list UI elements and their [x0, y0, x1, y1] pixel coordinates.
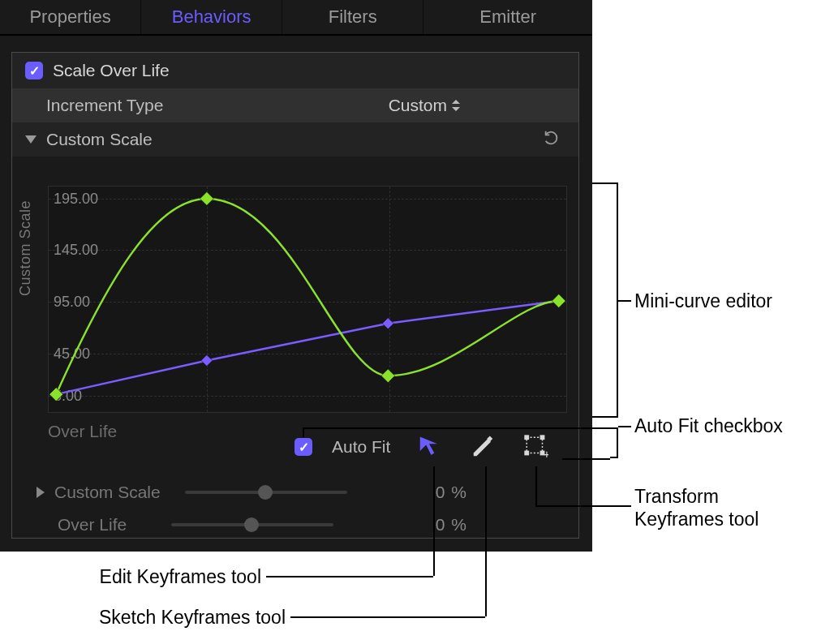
tab-bar: Properties Behaviors Filters Emitter: [0, 0, 592, 36]
anno-mini-curve: Mini-curve editor: [634, 290, 772, 312]
tab-properties[interactable]: Properties: [0, 0, 141, 34]
auto-fit-checkbox[interactable]: ✓: [294, 438, 312, 456]
series-custom-scale[interactable]: [56, 199, 559, 394]
param-unit: %: [451, 483, 466, 502]
param-slider[interactable]: [185, 491, 347, 494]
custom-scale-label: Custom Scale: [46, 130, 153, 149]
anno-sketch: Sketch Keyframes tool: [99, 607, 286, 629]
param-label: Custom Scale: [54, 483, 161, 502]
param-label: Over Life: [58, 515, 127, 535]
behavior-header: ✓ Scale Over Life: [12, 53, 578, 88]
tab-filters[interactable]: Filters: [282, 0, 423, 34]
svg-rect-3: [541, 436, 544, 439]
custom-scale-header[interactable]: Custom Scale: [12, 122, 578, 157]
slider-thumb[interactable]: [244, 517, 259, 532]
param-slider[interactable]: [171, 523, 333, 526]
keyframe[interactable]: [200, 191, 213, 205]
tab-emitter[interactable]: Emitter: [423, 0, 592, 34]
inspector-panel: Properties Behaviors Filters Emitter ✓ S…: [0, 0, 592, 552]
keyframe[interactable]: [382, 318, 393, 329]
reset-icon[interactable]: [543, 129, 561, 151]
behavior-title: Scale Over Life: [53, 61, 170, 80]
anno-edit: Edit Keyframes tool: [100, 566, 261, 588]
param-value[interactable]: 0: [436, 483, 445, 502]
auto-fit-label: Auto Fit: [332, 437, 390, 457]
behavior-panel: ✓ Scale Over Life Increment Type Custom …: [11, 52, 579, 539]
graph-x-axis-label: Over Life: [48, 422, 117, 441]
svg-rect-2: [525, 436, 528, 439]
chevron-down-icon: [25, 135, 37, 144]
anno-bracket: [610, 182, 618, 418]
keyframe[interactable]: [49, 388, 63, 401]
increment-type-select[interactable]: Custom: [389, 96, 460, 115]
slider-thumb[interactable]: [258, 485, 273, 500]
anno-auto-fit: Auto Fit checkbox: [634, 415, 783, 437]
svg-rect-4: [525, 451, 528, 454]
tab-behaviors[interactable]: Behaviors: [141, 0, 282, 34]
increment-type-row: Increment Type Custom: [12, 88, 578, 122]
param-value[interactable]: 0: [436, 515, 445, 535]
mini-curve-editor[interactable]: 5.00 45.00 95.00 145.00 195.00: [48, 186, 567, 413]
chevron-right-icon[interactable]: [37, 487, 45, 498]
behavior-enable-checkbox[interactable]: ✓: [25, 62, 43, 79]
graph-y-axis-label: Custom Scale: [17, 200, 34, 296]
curve-canvas[interactable]: [49, 187, 566, 412]
series-over-life[interactable]: [56, 301, 559, 394]
select-caret-icon: [452, 100, 460, 111]
svg-text:+: +: [544, 447, 548, 459]
edit-keyframes-tool[interactable]: [415, 432, 444, 462]
anno-transform: Transform Keyframes tool: [634, 485, 797, 530]
svg-rect-1: [527, 437, 543, 453]
graph-toolbar: ✓ Auto Fit +: [294, 432, 551, 462]
increment-type-label: Increment Type: [46, 96, 163, 115]
increment-type-value: Custom: [389, 96, 447, 115]
param-unit: %: [451, 515, 466, 535]
sketch-keyframes-tool[interactable]: [468, 432, 497, 462]
keyframe[interactable]: [201, 354, 213, 366]
anno-bracket: [610, 427, 618, 458]
transform-keyframes-tool[interactable]: +: [522, 432, 551, 462]
keyframe[interactable]: [381, 369, 395, 383]
keyframe[interactable]: [552, 294, 565, 308]
